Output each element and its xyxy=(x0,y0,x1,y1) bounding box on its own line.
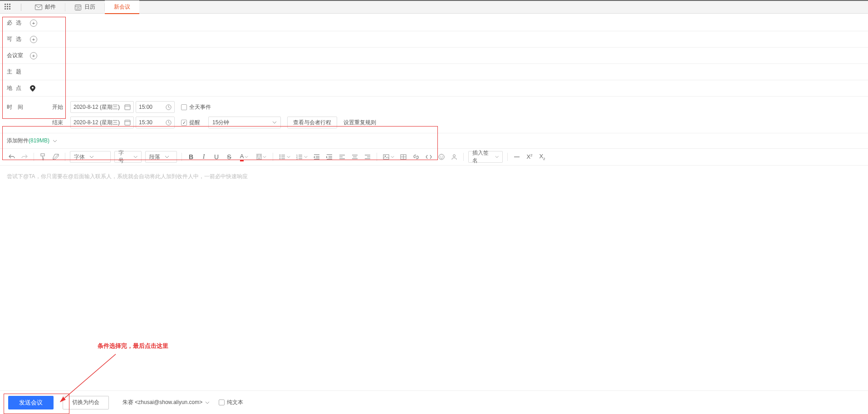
editor-body[interactable]: 尝试下@TA，你只需要在@后面输入联系人，系统就会自动将此人加到收件人中，一箭必… xyxy=(0,166,868,188)
label-location: 地点 xyxy=(7,84,27,92)
from-address-select[interactable]: 朱赛 <zhusai@show.aliyun.com> xyxy=(123,399,210,406)
redo-button[interactable] xyxy=(18,151,31,163)
top-bar: 邮件 25 日历 新会议 xyxy=(0,0,868,14)
reminder-select[interactable]: 15分钟 xyxy=(208,117,281,128)
svg-text:25: 25 xyxy=(76,6,80,10)
chevron-down-icon xyxy=(89,155,94,159)
attachment-quota[interactable]: (819MB) xyxy=(29,137,49,144)
svg-point-48 xyxy=(453,155,456,157)
insert-emoji-button[interactable] xyxy=(435,151,448,163)
reminder-checkbox[interactable] xyxy=(181,120,187,126)
svg-text:2: 2 xyxy=(296,156,298,158)
subject-input[interactable] xyxy=(27,67,868,78)
insert-mention-button[interactable] xyxy=(448,151,461,163)
reminder-toggle[interactable]: 提醒 xyxy=(181,119,200,127)
start-time-picker[interactable]: 15:00 xyxy=(136,101,175,113)
svg-rect-40 xyxy=(383,155,389,159)
ordered-list-button[interactable]: 123 xyxy=(293,151,310,163)
row-subject: 主题 xyxy=(0,64,868,80)
view-attendee-schedule-button[interactable]: 查看与会者行程 xyxy=(287,117,337,128)
end-time-picker[interactable]: 15:30 xyxy=(136,117,175,128)
row-attachment: 添加附件(819MB) xyxy=(0,133,868,148)
chevron-down-icon xyxy=(263,155,266,159)
start-date-picker[interactable]: 2020-8-12 (星期三) xyxy=(70,101,134,113)
insert-image-button[interactable] xyxy=(380,151,397,163)
reminder-label: 提醒 xyxy=(189,119,200,127)
plain-text-toggle[interactable]: 纯文本 xyxy=(219,399,243,406)
bold-button[interactable]: B xyxy=(185,151,197,163)
add-room-button[interactable]: + xyxy=(30,52,37,59)
tab-mail[interactable]: 邮件 xyxy=(26,0,65,14)
set-repeat-rule-link[interactable]: 设置重复规则 xyxy=(343,119,376,127)
calendar-icon xyxy=(124,119,131,126)
format-painter-button[interactable] xyxy=(37,151,49,163)
tab-new-meeting-label: 新会议 xyxy=(114,3,130,11)
end-date-value: 2020-8-12 (星期三) xyxy=(74,119,120,127)
paragraph-select[interactable]: 段落 xyxy=(145,151,177,163)
svg-point-45 xyxy=(439,154,444,160)
chevron-down-icon xyxy=(287,155,290,159)
align-left-button[interactable] xyxy=(336,151,348,163)
chevron-down-icon xyxy=(133,155,137,159)
chevron-down-icon xyxy=(205,400,210,405)
insert-table-button[interactable] xyxy=(397,151,410,163)
insert-link-button[interactable] xyxy=(410,151,422,163)
insert-code-button[interactable] xyxy=(422,151,435,163)
label-room: 会议室 xyxy=(7,52,27,59)
end-date-picker[interactable]: 2020-8-12 (星期三) xyxy=(70,117,134,128)
attachment-label[interactable]: 添加附件 xyxy=(7,137,29,144)
reminder-value: 15分钟 xyxy=(212,119,229,127)
svg-rect-4 xyxy=(125,105,130,110)
chevron-down-icon xyxy=(391,155,394,159)
all-day-toggle[interactable]: 全天事件 xyxy=(181,103,211,111)
add-required-button[interactable]: + xyxy=(30,19,37,27)
clear-format-button[interactable] xyxy=(49,151,62,163)
end-time-value: 15:30 xyxy=(139,119,152,126)
separator xyxy=(21,4,21,11)
chevron-down-icon xyxy=(245,155,248,159)
subscript-button[interactable]: X2 xyxy=(536,151,549,163)
svg-rect-42 xyxy=(401,155,406,159)
italic-button[interactable]: I xyxy=(197,151,210,163)
svg-rect-10 xyxy=(41,154,44,156)
tab-calendar-label: 日历 xyxy=(84,3,95,11)
undo-button[interactable] xyxy=(5,151,18,163)
plain-text-checkbox[interactable] xyxy=(219,399,225,405)
apps-icon[interactable] xyxy=(5,4,12,11)
font-family-select[interactable]: 字体 xyxy=(70,151,111,163)
svg-point-11 xyxy=(280,155,280,156)
calendar-icon: 25 xyxy=(74,4,82,11)
start-date-value: 2020-8-12 (星期三) xyxy=(74,103,120,111)
clock-icon xyxy=(166,120,172,126)
underline-button[interactable]: U xyxy=(210,151,223,163)
mail-icon xyxy=(35,4,42,10)
all-day-label: 全天事件 xyxy=(189,103,211,111)
unordered-list-button[interactable] xyxy=(276,151,293,163)
row-time: 时间 开始 2020-8-12 (星期三) 15:00 全天事件 结束 xyxy=(0,97,868,133)
add-optional-button[interactable]: + xyxy=(30,36,37,43)
chevron-down-icon xyxy=(53,139,57,143)
clock-icon xyxy=(166,104,172,110)
all-day-checkbox[interactable] xyxy=(181,104,187,110)
svg-point-13 xyxy=(280,158,280,159)
align-right-button[interactable] xyxy=(361,151,374,163)
font-color-button[interactable]: A xyxy=(235,151,253,163)
horizontal-rule-button[interactable] xyxy=(510,151,523,163)
font-size-select[interactable]: 字号 xyxy=(114,151,142,163)
svg-text:3: 3 xyxy=(296,157,298,160)
align-center-button[interactable] xyxy=(348,151,361,163)
chevron-down-icon xyxy=(165,155,169,159)
indent-button[interactable] xyxy=(323,151,336,163)
editor-placeholder: 尝试下@TA，你只需要在@后面输入联系人，系统就会自动将此人加到收件人中，一箭必… xyxy=(7,173,248,180)
superscript-button[interactable]: X2 xyxy=(523,151,536,163)
insert-signature-select[interactable]: 插入签名 xyxy=(468,151,503,163)
tab-calendar[interactable]: 25 日历 xyxy=(65,0,104,14)
tab-new-meeting[interactable]: 新会议 xyxy=(105,0,139,14)
svg-point-46 xyxy=(440,156,441,157)
highlight-color-button[interactable]: A xyxy=(253,151,270,163)
send-meeting-button[interactable]: 发送会议 xyxy=(8,396,54,409)
strikethrough-button[interactable]: S xyxy=(223,151,235,163)
location-pin-icon[interactable] xyxy=(30,85,35,92)
label-subject: 主题 xyxy=(7,68,27,76)
outdent-button[interactable] xyxy=(310,151,323,163)
